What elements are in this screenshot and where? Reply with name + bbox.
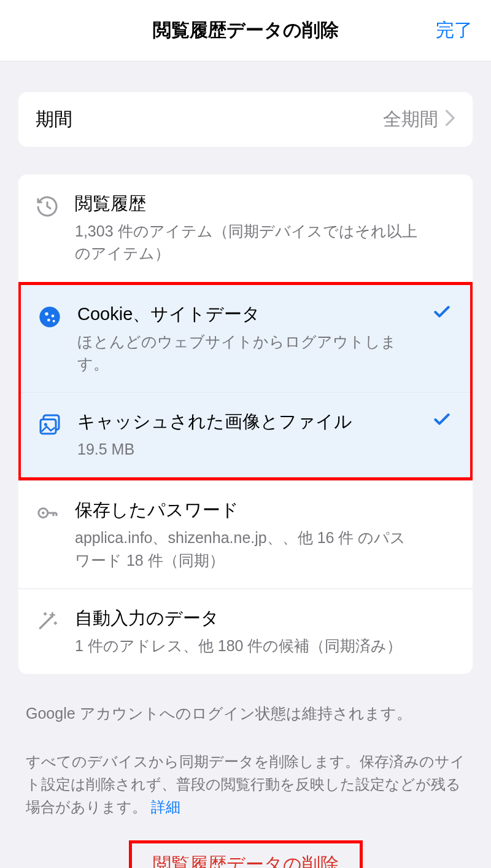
item-cached-images[interactable]: キャッシュされた画像とファイル 19.5 MB — [21, 392, 470, 477]
item-title: 自動入力のデータ — [75, 606, 417, 631]
period-card: 期間 全期間 — [18, 92, 473, 147]
key-icon — [35, 501, 60, 528]
header-bar: 閲覧履歴データの削除 完了 — [0, 0, 491, 61]
item-sub: 1,303 件のアイテム（同期デバイスではそれ以上のアイテム） — [75, 220, 417, 265]
item-title: Cookie、サイトデータ — [77, 302, 415, 327]
item-cookies[interactable]: Cookie、サイトデータ ほとんどのウェブサイトからログアウトします。 — [21, 285, 470, 393]
check-icon — [432, 410, 452, 432]
item-sub: ほとんどのウェブサイトからログアウトします。 — [77, 330, 415, 375]
done-button[interactable]: 完了 — [436, 18, 473, 43]
item-autofill[interactable]: 自動入力のデータ 1 件のアドレス、他 180 件の候補（同期済み） — [18, 588, 473, 674]
data-types-card: 閲覧履歴 1,303 件のアイテム（同期デバイスではそれ以上のアイテム） — [18, 174, 473, 674]
svg-point-4 — [53, 319, 55, 322]
details-link[interactable]: 詳細 — [151, 799, 180, 815]
item-saved-passwords[interactable]: 保存したパスワード applica.info、shizenha.ne.jp、、他… — [18, 480, 473, 588]
period-label: 期間 — [36, 107, 72, 132]
item-sub: 19.5 MB — [77, 438, 415, 460]
svg-point-0 — [39, 307, 60, 327]
svg-point-1 — [45, 312, 48, 315]
item-browsing-history[interactable]: 閲覧履歴 1,303 件のアイテム（同期デバイスではそれ以上のアイテム） — [18, 174, 473, 282]
svg-rect-6 — [41, 420, 56, 434]
magic-wand-icon — [35, 609, 60, 636]
login-state-note: Google アカウントへのログイン状態は維持されます。 — [18, 702, 473, 725]
period-row[interactable]: 期間 全期間 — [18, 92, 473, 147]
clear-browsing-data-button[interactable]: 閲覧履歴データの削除 — [129, 840, 363, 868]
history-icon — [35, 194, 60, 221]
period-value: 全期間 — [383, 107, 438, 132]
svg-point-3 — [47, 318, 50, 321]
item-sub: 1 件のアドレス、他 180 件の候補（同期済み） — [75, 635, 417, 657]
sync-delete-note: すべてのデバイスから同期データを削除します。保存済みのサイト設定は削除されず、普… — [18, 750, 473, 819]
images-icon — [37, 412, 62, 439]
item-title: 閲覧履歴 — [75, 192, 417, 216]
item-title: 保存したパスワード — [75, 498, 417, 523]
chevron-right-icon — [446, 109, 455, 130]
cookie-icon — [37, 305, 62, 332]
svg-point-2 — [52, 315, 55, 318]
item-sub: applica.info、shizenha.ne.jp、、他 16 件 のパスワ… — [75, 526, 417, 571]
check-icon — [432, 302, 452, 324]
page-title: 閲覧履歴データの削除 — [153, 18, 339, 43]
item-title: キャッシュされた画像とファイル — [77, 410, 415, 434]
sync-delete-text: すべてのデバイスから同期データを削除します。保存済みのサイト設定は削除されず、普… — [26, 753, 465, 815]
svg-point-9 — [42, 512, 45, 515]
